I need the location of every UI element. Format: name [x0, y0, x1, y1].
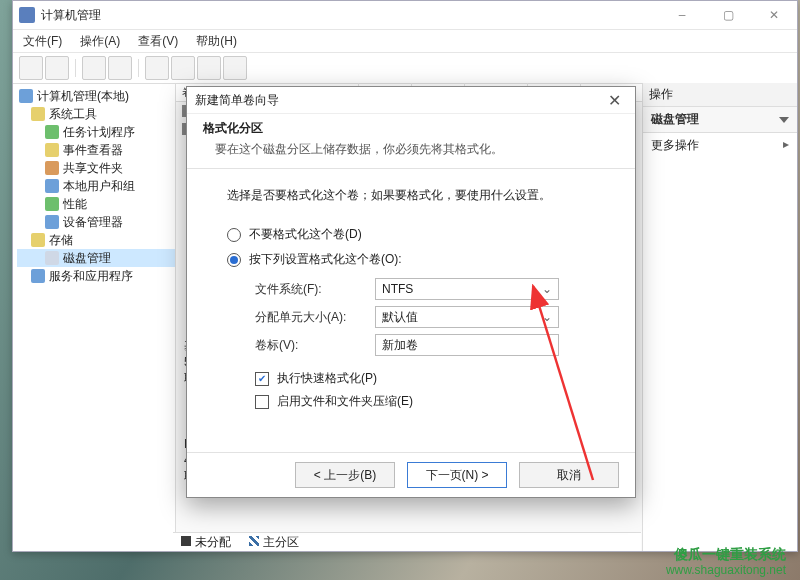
back-button[interactable]: < 上一步(B) [295, 462, 395, 488]
toolbar-view4[interactable] [223, 56, 247, 80]
actions-more[interactable]: 更多操作▸ [643, 133, 797, 158]
watermark: 傻瓜一键重装系统 www.shaguaxitong.net [666, 546, 786, 578]
app-icon [19, 7, 35, 23]
window-title: 计算机管理 [41, 7, 101, 24]
radio-format[interactable]: 按下列设置格式化这个卷(O): [227, 251, 615, 268]
menu-view[interactable]: 查看(V) [132, 31, 184, 52]
tree-event-viewer[interactable]: 事件查看器 [17, 141, 175, 159]
wizard-prompt: 选择是否要格式化这个卷；如果要格式化，要使用什么设置。 [227, 187, 615, 204]
input-volume-name[interactable]: 新加卷 [375, 334, 559, 356]
toolbar-properties[interactable] [82, 56, 106, 80]
label-allocation: 分配单元大小(A): [255, 309, 375, 326]
triangle-up-icon [779, 117, 789, 123]
wizard-header-title: 格式化分区 [203, 120, 619, 137]
checkbox-compress[interactable]: 启用文件和文件夹压缩(E) [255, 393, 615, 410]
wizard-close-button[interactable]: ✕ [602, 91, 627, 110]
next-button[interactable]: 下一页(N) > [407, 462, 507, 488]
toolbar-view3[interactable] [197, 56, 221, 80]
select-allocation[interactable]: 默认值⌄ [375, 306, 559, 328]
toolbar-refresh[interactable] [108, 56, 132, 80]
toolbar-forward[interactable] [45, 56, 69, 80]
folder-icon [31, 233, 45, 247]
new-simple-volume-wizard: 新建简单卷向导 ✕ 格式化分区 要在这个磁盘分区上储存数据，你必须先将其格式化。… [186, 86, 636, 498]
titlebar: 计算机管理 – ▢ ✕ [13, 1, 797, 30]
navigation-tree[interactable]: 计算机管理(本地) 系统工具 任务计划程序 事件查看器 共享文件夹 本地用户和组… [13, 83, 176, 551]
label-filesystem: 文件系统(F): [255, 281, 375, 298]
event-icon [45, 143, 59, 157]
toolbar [13, 53, 797, 84]
clock-icon [45, 125, 59, 139]
label-volume-name: 卷标(V): [255, 337, 375, 354]
radio-no-format[interactable]: 不要格式化这个卷(D) [227, 226, 615, 243]
tree-disk-management[interactable]: 磁盘管理 [17, 249, 175, 267]
wizard-header: 格式化分区 要在这个磁盘分区上储存数据，你必须先将其格式化。 [187, 114, 635, 169]
disk-icon [45, 251, 59, 265]
device-icon [45, 215, 59, 229]
menu-file[interactable]: 文件(F) [17, 31, 68, 52]
tree-local-users[interactable]: 本地用户和组 [17, 177, 175, 195]
checkbox-icon: ✔ [255, 372, 269, 386]
wizard-titlebar: 新建简单卷向导 ✕ [187, 87, 635, 114]
menu-action[interactable]: 操作(A) [74, 31, 126, 52]
cancel-button[interactable]: 取消 [519, 462, 619, 488]
computer-icon [19, 89, 33, 103]
radio-icon [227, 253, 241, 267]
checkbox-quick-format[interactable]: ✔ 执行快速格式化(P) [255, 370, 615, 387]
gear-icon [31, 269, 45, 283]
actions-section-disk[interactable]: 磁盘管理 [643, 107, 797, 133]
tree-root[interactable]: 计算机管理(本地) [17, 87, 175, 105]
actions-header: 操作 [643, 83, 797, 107]
toolbar-view1[interactable] [145, 56, 169, 80]
legend-primary-icon [249, 536, 259, 546]
tree-services[interactable]: 服务和应用程序 [17, 267, 175, 285]
tree-device-manager[interactable]: 设备管理器 [17, 213, 175, 231]
wizard-footer: < 上一步(B) 下一页(N) > 取消 [187, 452, 635, 497]
chevron-down-icon: ⌄ [542, 282, 552, 296]
menubar: 文件(F) 操作(A) 查看(V) 帮助(H) [13, 30, 797, 53]
actions-pane: 操作 磁盘管理 更多操作▸ [642, 83, 797, 551]
toolbar-back[interactable] [19, 56, 43, 80]
close-button[interactable]: ✕ [751, 1, 797, 29]
wizard-body: 选择是否要格式化这个卷；如果要格式化，要使用什么设置。 不要格式化这个卷(D) … [187, 169, 635, 420]
select-filesystem[interactable]: NTFS⌄ [375, 278, 559, 300]
legend-unallocated-icon [181, 536, 191, 546]
menu-help[interactable]: 帮助(H) [190, 31, 243, 52]
tree-task-scheduler[interactable]: 任务计划程序 [17, 123, 175, 141]
tree-shared-folders[interactable]: 共享文件夹 [17, 159, 175, 177]
chevron-down-icon: ⌄ [542, 310, 552, 324]
minimize-button[interactable]: – [659, 1, 705, 29]
tree-performance[interactable]: 性能 [17, 195, 175, 213]
folder-icon [31, 107, 45, 121]
radio-icon [227, 228, 241, 242]
perf-icon [45, 197, 59, 211]
users-icon [45, 179, 59, 193]
share-icon [45, 161, 59, 175]
checkbox-icon [255, 395, 269, 409]
wizard-header-subtitle: 要在这个磁盘分区上储存数据，你必须先将其格式化。 [203, 141, 619, 158]
tree-storage[interactable]: 存储 [17, 231, 175, 249]
maximize-button[interactable]: ▢ [705, 1, 751, 29]
legend-statusbar: 未分配 主分区 [173, 532, 641, 551]
tree-system-tools[interactable]: 系统工具 [17, 105, 175, 123]
toolbar-view2[interactable] [171, 56, 195, 80]
wizard-title: 新建简单卷向导 [195, 92, 279, 109]
chevron-right-icon: ▸ [783, 137, 789, 154]
